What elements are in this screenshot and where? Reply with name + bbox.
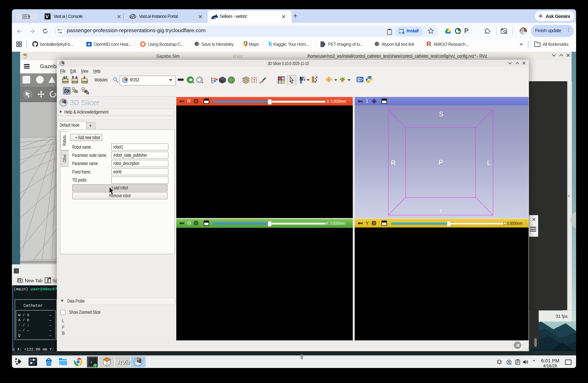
- svg-text:DCM: DCM: [72, 80, 78, 83]
- svg-text:L: L: [487, 159, 491, 167]
- svg-text:DATA: DATA: [63, 80, 69, 83]
- svg-text:SAVE: SAVE: [82, 80, 88, 83]
- svg-text:S: S: [439, 110, 443, 118]
- svg-text:R: R: [391, 159, 396, 167]
- svg-text:P: P: [439, 159, 443, 166]
- svg-text:I: I: [440, 208, 441, 214]
